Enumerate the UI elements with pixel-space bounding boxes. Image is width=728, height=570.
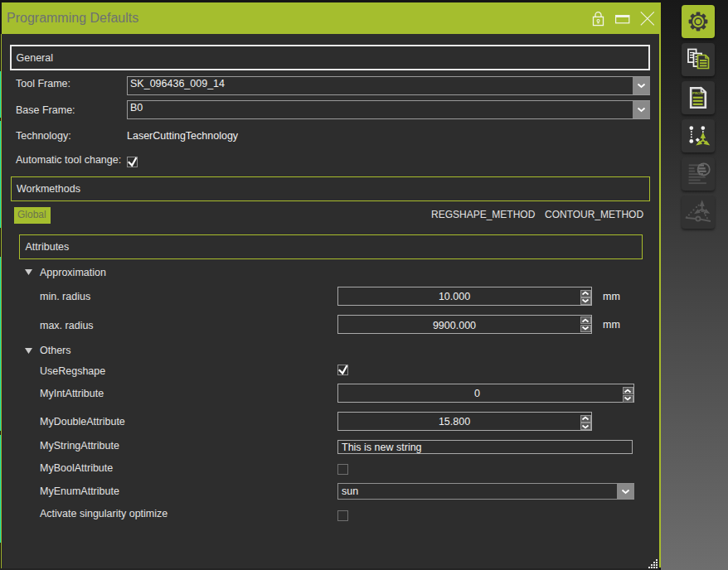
- svg-text:PROG: PROG: [692, 91, 704, 95]
